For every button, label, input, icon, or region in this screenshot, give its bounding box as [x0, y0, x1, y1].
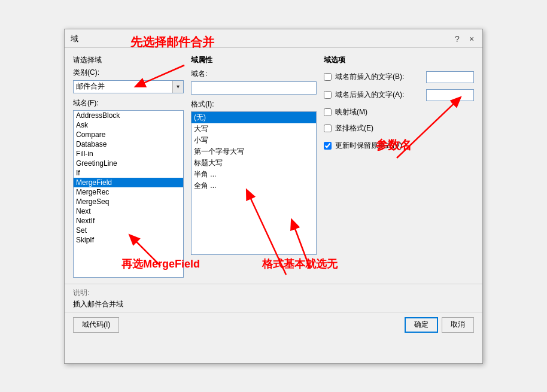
- right-panel: 域选项 域名前插入的文字(B): 域名后插入的文字(A): 映射域(M) 竖排格…: [324, 55, 474, 278]
- checkbox-row-4: 竖排格式(E): [324, 123, 474, 133]
- dialog: 域 ? × 请选择域 类别(C): 邮件合并 ▾ 域名(F): AddressB…: [64, 29, 483, 364]
- checkbox-preserve-format[interactable]: [324, 142, 332, 150]
- desc-label: 说明:: [73, 288, 474, 298]
- format-label: 格式(I):: [191, 99, 317, 110]
- field-list-item[interactable]: AddressBlock: [74, 111, 183, 120]
- bottom-left: 域代码(I): [73, 317, 119, 333]
- bottom-bar: 域代码(I) 确定 取消: [65, 312, 482, 338]
- checkbox-after-text[interactable]: [324, 91, 332, 99]
- field-list-item[interactable]: Set: [74, 226, 183, 235]
- field-list-item[interactable]: GreetingLine: [74, 159, 183, 168]
- checkbox-map-label: 映射域(M): [335, 107, 474, 117]
- field-list-item[interactable]: NextIf: [74, 216, 183, 226]
- ok-button[interactable]: 确定: [405, 317, 438, 333]
- format-list-item[interactable]: 全角 ...: [192, 180, 316, 192]
- field-name-label: 域名(F):: [73, 98, 184, 108]
- bottom-right: 确定 取消: [405, 317, 474, 333]
- checkbox-before-label: 域名前插入的文字(B):: [335, 72, 423, 82]
- desc-text: 插入邮件合并域: [73, 299, 474, 309]
- field-code-button[interactable]: 域代码(I): [73, 317, 119, 333]
- field-attr-title: 域属性: [191, 55, 317, 65]
- checkbox-row-2: 域名后插入的文字(A):: [324, 89, 474, 101]
- field-list-item[interactable]: Next: [74, 206, 183, 216]
- checkbox-before-text[interactable]: [324, 73, 332, 81]
- format-list-item[interactable]: 大写: [192, 123, 316, 135]
- field-list-item[interactable]: MergeRec: [74, 187, 183, 197]
- field-name-list[interactable]: AddressBlockAskCompareDatabaseFill-inGre…: [73, 110, 184, 278]
- format-list-item[interactable]: 第一个字母大写: [192, 146, 316, 157]
- cancel-button[interactable]: 取消: [442, 317, 474, 333]
- checkbox-vertical[interactable]: [324, 124, 332, 132]
- options-title: 域选项: [324, 55, 474, 65]
- help-button[interactable]: ?: [451, 33, 463, 45]
- checkbox-after-label: 域名后插入的文字(A):: [335, 90, 423, 100]
- field-list-item[interactable]: MergeField: [74, 178, 183, 187]
- field-list-item[interactable]: Fill-in: [74, 149, 183, 159]
- format-list-item[interactable]: 标题大写: [192, 157, 316, 169]
- field-list-item[interactable]: Compare: [74, 130, 183, 139]
- title-bar: 域 ? ×: [65, 29, 482, 48]
- checkbox-vertical-label: 竖排格式(E): [335, 123, 474, 133]
- category-combo-value: 邮件合并: [74, 81, 172, 92]
- field-list-item[interactable]: MergeSeq: [74, 197, 183, 206]
- dialog-body: 请选择域 类别(C): 邮件合并 ▾ 域名(F): AddressBlockAs…: [65, 48, 482, 284]
- before-text-input[interactable]: [426, 71, 474, 83]
- format-list[interactable]: (无)大写小写第一个字母大写标题大写半角 ...全角 ...: [191, 111, 317, 255]
- update-row: 更新时保留原格式(V): [324, 141, 474, 151]
- format-list-item[interactable]: 半角 ...: [192, 169, 316, 180]
- field-list-item[interactable]: Database: [74, 139, 183, 149]
- format-list-item[interactable]: (无): [192, 112, 316, 123]
- field-name-input[interactable]: [191, 81, 317, 95]
- format-list-item[interactable]: 小写: [192, 135, 316, 146]
- category-section-label: 请选择域: [73, 55, 184, 65]
- title-bar-buttons: ? ×: [451, 33, 478, 45]
- checkbox-map-field[interactable]: [324, 108, 332, 116]
- left-panel: 请选择域 类别(C): 邮件合并 ▾ 域名(F): AddressBlockAs…: [73, 55, 184, 278]
- dialog-title: 域: [71, 34, 78, 44]
- field-list-item[interactable]: Ask: [74, 120, 183, 130]
- field-list-item[interactable]: If: [74, 168, 183, 178]
- field-name-attr-label: 域名:: [191, 69, 317, 79]
- category-combo[interactable]: 邮件合并 ▾: [73, 80, 184, 93]
- field-list-item[interactable]: SkipIf: [74, 235, 183, 245]
- middle-panel: 域属性 域名: 格式(I): (无)大写小写第一个字母大写标题大写半角 ...全…: [191, 55, 317, 278]
- category-sub-label: 类别(C):: [73, 68, 184, 78]
- description-area: 说明: 插入邮件合并域: [65, 284, 482, 312]
- checkbox-row-3: 映射域(M): [324, 107, 474, 117]
- close-button[interactable]: ×: [466, 33, 478, 45]
- checkbox-preserve-label: 更新时保留原格式(V): [335, 141, 474, 151]
- after-text-input[interactable]: [426, 89, 474, 101]
- checkbox-row-1: 域名前插入的文字(B):: [324, 71, 474, 83]
- category-combo-arrow[interactable]: ▾: [172, 81, 183, 93]
